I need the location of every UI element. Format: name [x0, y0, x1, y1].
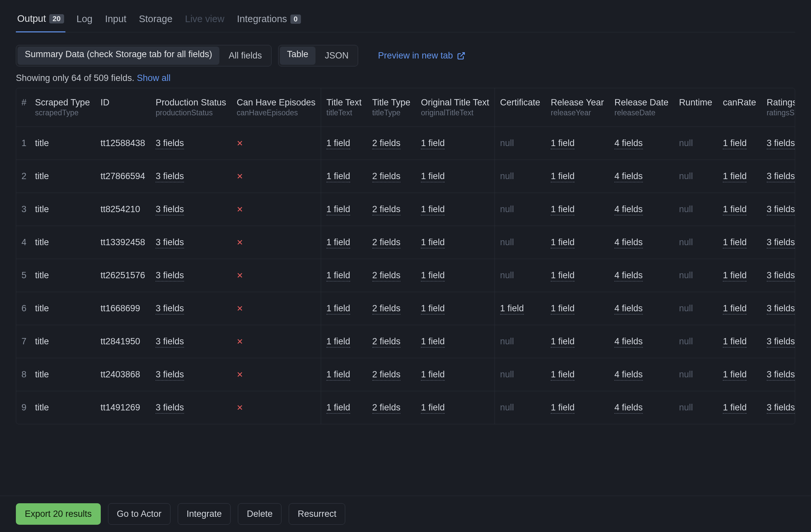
- cell-can-rate[interactable]: 1 field: [718, 391, 762, 424]
- cell-original-title-text[interactable]: 1 field: [416, 358, 494, 391]
- cell-release-year[interactable]: 1 field: [546, 226, 609, 259]
- cell-can-rate[interactable]: 1 field: [718, 325, 762, 358]
- cell-ratings-summary[interactable]: 3 fields: [762, 193, 795, 226]
- cell-original-title-text-value[interactable]: 1 field: [421, 138, 445, 149]
- cell-original-title-text-value[interactable]: 1 field: [421, 237, 445, 248]
- cell-can-rate-value[interactable]: 1 field: [723, 204, 747, 215]
- cell-title-type-value[interactable]: 2 fields: [372, 204, 401, 215]
- cell-original-title-text[interactable]: 1 field: [416, 391, 494, 424]
- cell-production-status[interactable]: 3 fields: [150, 358, 231, 391]
- cell-production-status[interactable]: 3 fields: [150, 259, 231, 292]
- resurrect-button[interactable]: Resurrect: [289, 503, 345, 525]
- cell-release-date[interactable]: 4 fields: [609, 325, 674, 358]
- cell-ratings-summary-value[interactable]: 3 fields: [767, 402, 795, 414]
- cell-release-year-value[interactable]: 1 field: [551, 303, 575, 315]
- cell-ratings-summary[interactable]: 3 fields: [762, 226, 795, 259]
- cell-release-year-value[interactable]: 1 field: [551, 237, 575, 248]
- cell-release-year-value[interactable]: 1 field: [551, 369, 575, 381]
- cell-title-type-value[interactable]: 2 fields: [372, 336, 401, 348]
- cell-title-type-value[interactable]: 2 fields: [372, 303, 401, 315]
- cell-original-title-text[interactable]: 1 field: [416, 292, 494, 325]
- view-mode-json[interactable]: JSON: [317, 47, 356, 65]
- cell-title-text[interactable]: 1 field: [321, 226, 367, 259]
- cell-original-title-text[interactable]: 1 field: [416, 325, 494, 358]
- cell-release-year-value[interactable]: 1 field: [551, 402, 575, 414]
- cell-production-status-value[interactable]: 3 fields: [156, 237, 184, 248]
- cell-title-type[interactable]: 2 fields: [367, 160, 416, 193]
- preview-new-tab-link[interactable]: Preview in new tab: [378, 50, 465, 61]
- cell-title-type[interactable]: 2 fields: [367, 259, 416, 292]
- cell-ratings-summary-value[interactable]: 3 fields: [767, 204, 795, 215]
- cell-production-status[interactable]: 3 fields: [150, 127, 231, 160]
- cell-title-type[interactable]: 2 fields: [367, 391, 416, 424]
- cell-release-date[interactable]: 4 fields: [609, 160, 674, 193]
- cell-release-date-value[interactable]: 4 fields: [614, 303, 643, 315]
- cell-production-status[interactable]: 3 fields: [150, 193, 231, 226]
- cell-title-type-value[interactable]: 2 fields: [372, 369, 401, 381]
- cell-ratings-summary[interactable]: 3 fields: [762, 127, 795, 160]
- col-scraped-type[interactable]: Scraped TypescrapedType: [30, 88, 95, 127]
- cell-release-year[interactable]: 1 field: [546, 292, 609, 325]
- field-filter-summary[interactable]: Summary Data (check Storage tab for all …: [17, 47, 219, 65]
- col-can-rate[interactable]: canRate: [718, 88, 762, 127]
- cell-ratings-summary[interactable]: 3 fields: [762, 325, 795, 358]
- cell-release-date[interactable]: 4 fields: [609, 358, 674, 391]
- cell-can-rate[interactable]: 1 field: [718, 358, 762, 391]
- tab-integrations[interactable]: Integrations 0: [235, 9, 302, 32]
- cell-title-type[interactable]: 2 fields: [367, 358, 416, 391]
- cell-release-date[interactable]: 4 fields: [609, 226, 674, 259]
- cell-can-rate[interactable]: 1 field: [718, 127, 762, 160]
- tab-output[interactable]: Output 20: [16, 9, 65, 32]
- cell-original-title-text[interactable]: 1 field: [416, 193, 494, 226]
- cell-production-status-value[interactable]: 3 fields: [156, 171, 184, 182]
- cell-title-text[interactable]: 1 field: [321, 259, 367, 292]
- cell-title-text[interactable]: 1 field: [321, 127, 367, 160]
- cell-title-type[interactable]: 2 fields: [367, 292, 416, 325]
- cell-ratings-summary[interactable]: 3 fields: [762, 292, 795, 325]
- cell-original-title-text[interactable]: 1 field: [416, 226, 494, 259]
- go-to-actor-button[interactable]: Go to Actor: [108, 503, 170, 525]
- col-release-date[interactable]: Release DatereleaseDate: [609, 88, 674, 127]
- cell-production-status-value[interactable]: 3 fields: [156, 138, 184, 149]
- cell-release-year[interactable]: 1 field: [546, 358, 609, 391]
- cell-title-text[interactable]: 1 field: [321, 193, 367, 226]
- cell-title-type[interactable]: 2 fields: [367, 226, 416, 259]
- cell-can-rate[interactable]: 1 field: [718, 226, 762, 259]
- cell-production-status-value[interactable]: 3 fields: [156, 402, 184, 414]
- cell-title-type-value[interactable]: 2 fields: [372, 402, 401, 414]
- cell-title-text[interactable]: 1 field: [321, 358, 367, 391]
- cell-original-title-text[interactable]: 1 field: [416, 127, 494, 160]
- cell-ratings-summary-value[interactable]: 3 fields: [767, 138, 795, 149]
- col-can-have-episodes[interactable]: Can Have EpisodescanHaveEpisodes: [231, 88, 321, 127]
- cell-ratings-summary-value[interactable]: 3 fields: [767, 270, 795, 282]
- cell-original-title-text-value[interactable]: 1 field: [421, 336, 445, 348]
- cell-title-text[interactable]: 1 field: [321, 292, 367, 325]
- cell-title-type-value[interactable]: 2 fields: [372, 138, 401, 149]
- cell-title-text-value[interactable]: 1 field: [326, 369, 350, 381]
- col-ratings-summary[interactable]: Ratings SummaryratingsSummary: [762, 88, 795, 127]
- cell-production-status[interactable]: 3 fields: [150, 391, 231, 424]
- cell-production-status[interactable]: 3 fields: [150, 160, 231, 193]
- cell-release-date-value[interactable]: 4 fields: [614, 138, 643, 149]
- cell-original-title-text-value[interactable]: 1 field: [421, 402, 445, 414]
- cell-title-type-value[interactable]: 2 fields: [372, 270, 401, 282]
- export-results-button[interactable]: Export 20 results: [16, 503, 101, 525]
- cell-release-year[interactable]: 1 field: [546, 259, 609, 292]
- cell-title-type-value[interactable]: 2 fields: [372, 171, 401, 182]
- col-original-title-text[interactable]: Original Title TextoriginalTitleText: [416, 88, 494, 127]
- cell-release-year[interactable]: 1 field: [546, 193, 609, 226]
- cell-can-rate[interactable]: 1 field: [718, 193, 762, 226]
- cell-ratings-summary[interactable]: 3 fields: [762, 358, 795, 391]
- cell-original-title-text[interactable]: 1 field: [416, 259, 494, 292]
- cell-ratings-summary-value[interactable]: 3 fields: [767, 303, 795, 315]
- cell-can-rate[interactable]: 1 field: [718, 160, 762, 193]
- cell-can-rate-value[interactable]: 1 field: [723, 237, 747, 248]
- cell-title-text[interactable]: 1 field: [321, 325, 367, 358]
- field-filter-all[interactable]: All fields: [221, 47, 270, 65]
- cell-can-rate-value[interactable]: 1 field: [723, 369, 747, 381]
- cell-title-text-value[interactable]: 1 field: [326, 402, 350, 414]
- cell-release-year[interactable]: 1 field: [546, 127, 609, 160]
- cell-release-date-value[interactable]: 4 fields: [614, 336, 643, 348]
- cell-release-date[interactable]: 4 fields: [609, 193, 674, 226]
- cell-release-date[interactable]: 4 fields: [609, 292, 674, 325]
